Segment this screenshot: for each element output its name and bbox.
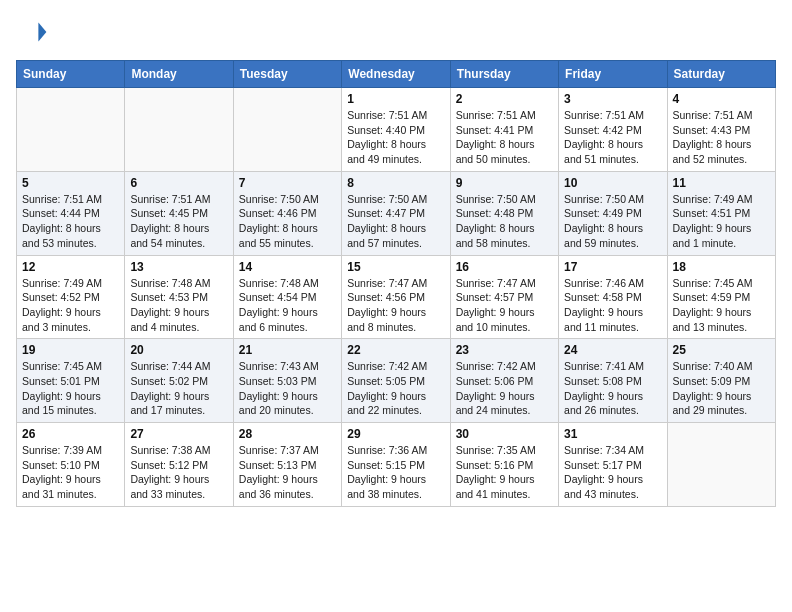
daylight-text-line1: Daylight: 9 hours: [130, 306, 209, 318]
sunset-text: Sunset: 5:08 PM: [564, 375, 642, 387]
day-number: 6: [130, 176, 227, 190]
calendar-cell: 31Sunrise: 7:34 AMSunset: 5:17 PMDayligh…: [559, 423, 667, 507]
sunrise-text: Sunrise: 7:48 AM: [239, 277, 319, 289]
daylight-text-line2: and 49 minutes.: [347, 153, 422, 165]
day-number: 26: [22, 427, 119, 441]
sunset-text: Sunset: 5:02 PM: [130, 375, 208, 387]
calendar-cell: 2Sunrise: 7:51 AMSunset: 4:41 PMDaylight…: [450, 88, 558, 172]
day-number: 24: [564, 343, 661, 357]
calendar-cell: 13Sunrise: 7:48 AMSunset: 4:53 PMDayligh…: [125, 255, 233, 339]
calendar-cell: 3Sunrise: 7:51 AMSunset: 4:42 PMDaylight…: [559, 88, 667, 172]
calendar-cell: 29Sunrise: 7:36 AMSunset: 5:15 PMDayligh…: [342, 423, 450, 507]
page-header: [16, 16, 776, 48]
day-info: Sunrise: 7:48 AMSunset: 4:53 PMDaylight:…: [130, 276, 227, 335]
calendar-cell: 5Sunrise: 7:51 AMSunset: 4:44 PMDaylight…: [17, 171, 125, 255]
sunrise-text: Sunrise: 7:42 AM: [456, 360, 536, 372]
daylight-text-line2: and 29 minutes.: [673, 404, 748, 416]
day-info: Sunrise: 7:35 AMSunset: 5:16 PMDaylight:…: [456, 443, 553, 502]
sunset-text: Sunset: 5:10 PM: [22, 459, 100, 471]
sunset-text: Sunset: 4:41 PM: [456, 124, 534, 136]
sunset-text: Sunset: 4:45 PM: [130, 207, 208, 219]
daylight-text-line2: and 10 minutes.: [456, 321, 531, 333]
daylight-text-line1: Daylight: 8 hours: [456, 222, 535, 234]
day-info: Sunrise: 7:51 AMSunset: 4:43 PMDaylight:…: [673, 108, 770, 167]
daylight-text-line2: and 59 minutes.: [564, 237, 639, 249]
sunset-text: Sunset: 4:48 PM: [456, 207, 534, 219]
day-info: Sunrise: 7:50 AMSunset: 4:48 PMDaylight:…: [456, 192, 553, 251]
sunset-text: Sunset: 4:43 PM: [673, 124, 751, 136]
sunset-text: Sunset: 5:17 PM: [564, 459, 642, 471]
daylight-text-line1: Daylight: 8 hours: [564, 222, 643, 234]
day-number: 10: [564, 176, 661, 190]
day-number: 18: [673, 260, 770, 274]
day-info: Sunrise: 7:40 AMSunset: 5:09 PMDaylight:…: [673, 359, 770, 418]
daylight-text-line2: and 20 minutes.: [239, 404, 314, 416]
day-number: 16: [456, 260, 553, 274]
day-number: 15: [347, 260, 444, 274]
day-info: Sunrise: 7:45 AMSunset: 4:59 PMDaylight:…: [673, 276, 770, 335]
sunrise-text: Sunrise: 7:42 AM: [347, 360, 427, 372]
sunrise-text: Sunrise: 7:51 AM: [456, 109, 536, 121]
calendar-cell: [667, 423, 775, 507]
daylight-text-line2: and 38 minutes.: [347, 488, 422, 500]
daylight-text-line1: Daylight: 9 hours: [22, 473, 101, 485]
day-number: 25: [673, 343, 770, 357]
sunset-text: Sunset: 4:51 PM: [673, 207, 751, 219]
day-number: 14: [239, 260, 336, 274]
daylight-text-line2: and 51 minutes.: [564, 153, 639, 165]
sunset-text: Sunset: 4:59 PM: [673, 291, 751, 303]
sunrise-text: Sunrise: 7:34 AM: [564, 444, 644, 456]
calendar-cell: 8Sunrise: 7:50 AMSunset: 4:47 PMDaylight…: [342, 171, 450, 255]
daylight-text-line2: and 41 minutes.: [456, 488, 531, 500]
calendar-day-header: Sunday: [17, 61, 125, 88]
calendar-cell: 7Sunrise: 7:50 AMSunset: 4:46 PMDaylight…: [233, 171, 341, 255]
daylight-text-line2: and 15 minutes.: [22, 404, 97, 416]
sunrise-text: Sunrise: 7:50 AM: [564, 193, 644, 205]
sunset-text: Sunset: 4:49 PM: [564, 207, 642, 219]
sunrise-text: Sunrise: 7:49 AM: [22, 277, 102, 289]
daylight-text-line2: and 50 minutes.: [456, 153, 531, 165]
day-info: Sunrise: 7:45 AMSunset: 5:01 PMDaylight:…: [22, 359, 119, 418]
calendar-cell: 24Sunrise: 7:41 AMSunset: 5:08 PMDayligh…: [559, 339, 667, 423]
daylight-text-line1: Daylight: 9 hours: [456, 473, 535, 485]
calendar-cell: 15Sunrise: 7:47 AMSunset: 4:56 PMDayligh…: [342, 255, 450, 339]
calendar-cell: 21Sunrise: 7:43 AMSunset: 5:03 PMDayligh…: [233, 339, 341, 423]
daylight-text-line1: Daylight: 9 hours: [673, 390, 752, 402]
calendar-cell: 12Sunrise: 7:49 AMSunset: 4:52 PMDayligh…: [17, 255, 125, 339]
day-number: 22: [347, 343, 444, 357]
day-info: Sunrise: 7:43 AMSunset: 5:03 PMDaylight:…: [239, 359, 336, 418]
day-number: 29: [347, 427, 444, 441]
daylight-text-line1: Daylight: 8 hours: [347, 222, 426, 234]
sunset-text: Sunset: 4:44 PM: [22, 207, 100, 219]
daylight-text-line1: Daylight: 9 hours: [130, 473, 209, 485]
daylight-text-line2: and 58 minutes.: [456, 237, 531, 249]
daylight-text-line1: Daylight: 9 hours: [673, 222, 752, 234]
daylight-text-line1: Daylight: 9 hours: [239, 306, 318, 318]
day-number: 21: [239, 343, 336, 357]
sunset-text: Sunset: 4:54 PM: [239, 291, 317, 303]
day-number: 13: [130, 260, 227, 274]
daylight-text-line1: Daylight: 9 hours: [239, 390, 318, 402]
calendar-day-header: Tuesday: [233, 61, 341, 88]
sunset-text: Sunset: 5:03 PM: [239, 375, 317, 387]
sunrise-text: Sunrise: 7:44 AM: [130, 360, 210, 372]
sunrise-text: Sunrise: 7:51 AM: [347, 109, 427, 121]
day-info: Sunrise: 7:47 AMSunset: 4:56 PMDaylight:…: [347, 276, 444, 335]
sunset-text: Sunset: 4:40 PM: [347, 124, 425, 136]
day-number: 3: [564, 92, 661, 106]
sunset-text: Sunset: 5:16 PM: [456, 459, 534, 471]
sunrise-text: Sunrise: 7:43 AM: [239, 360, 319, 372]
calendar-cell: [233, 88, 341, 172]
calendar-day-header: Saturday: [667, 61, 775, 88]
daylight-text-line1: Daylight: 8 hours: [22, 222, 101, 234]
sunrise-text: Sunrise: 7:47 AM: [347, 277, 427, 289]
daylight-text-line1: Daylight: 9 hours: [673, 306, 752, 318]
day-number: 5: [22, 176, 119, 190]
calendar-cell: 20Sunrise: 7:44 AMSunset: 5:02 PMDayligh…: [125, 339, 233, 423]
sunset-text: Sunset: 4:58 PM: [564, 291, 642, 303]
sunset-text: Sunset: 4:52 PM: [22, 291, 100, 303]
sunset-text: Sunset: 4:46 PM: [239, 207, 317, 219]
calendar-cell: 18Sunrise: 7:45 AMSunset: 4:59 PMDayligh…: [667, 255, 775, 339]
day-info: Sunrise: 7:51 AMSunset: 4:40 PMDaylight:…: [347, 108, 444, 167]
sunrise-text: Sunrise: 7:35 AM: [456, 444, 536, 456]
